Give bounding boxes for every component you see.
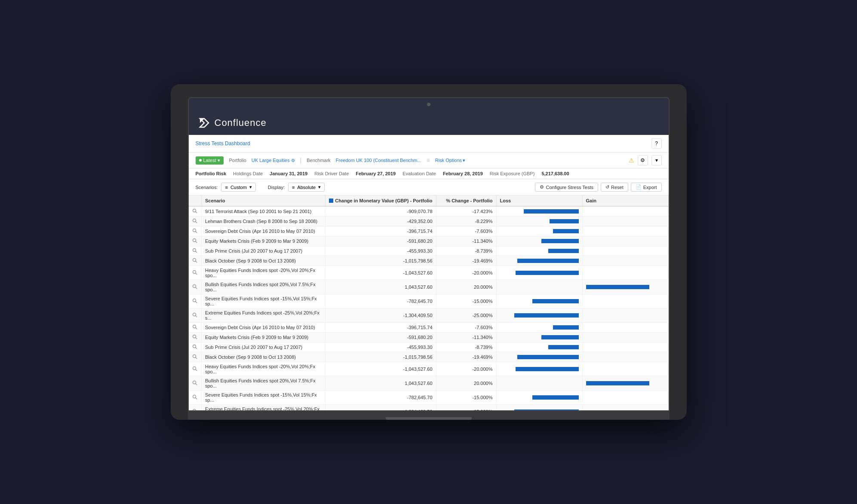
row-scenario: Extreme Equities Funds Indices spot -25%…	[202, 405, 326, 411]
row-pct-change: -19.469%	[436, 256, 496, 266]
benchmark-label: Benchmark	[307, 158, 331, 163]
row-change: 1,043,527.60	[326, 376, 436, 391]
row-gain-bar	[582, 246, 668, 256]
row-search-icon[interactable]	[189, 362, 202, 376]
row-scenario: Severe Equities Funds Indices spot -15%,…	[202, 294, 326, 309]
controls-right: ⚙ Configure Stress Tests ↺ Reset 📄 Expor…	[535, 183, 661, 192]
row-search-icon[interactable]	[189, 256, 202, 266]
benchmark-value[interactable]: Freedom UK 100 (Constituent Benchm...	[336, 158, 421, 163]
portfolio-value[interactable]: UK Large Equities ⚙	[252, 158, 295, 163]
row-search-icon[interactable]	[189, 376, 202, 391]
row-search-icon[interactable]	[189, 352, 202, 362]
portfolio-value-text: UK Large Equities	[252, 158, 290, 163]
reset-button[interactable]: ↺ Reset	[601, 183, 628, 192]
row-search-icon[interactable]	[189, 405, 202, 411]
row-loss-bar	[496, 309, 582, 323]
row-search-icon[interactable]	[189, 226, 202, 236]
settings-icon-btn[interactable]: ⚙	[638, 155, 648, 165]
latest-chevron: ▾	[218, 158, 220, 163]
app-content: Stress Tests Dashboard ? Latest ▾ Portfo…	[189, 135, 669, 410]
table-row: Sub Prime Crisis (Jul 20 2007 to Aug 17 …	[189, 246, 669, 256]
svg-line-16	[196, 273, 197, 275]
row-search-icon[interactable]	[189, 236, 202, 246]
table-row: Bullish Equities Funds Indices spot 20%,…	[189, 280, 669, 294]
row-change: -1,015,798.56	[326, 256, 436, 266]
export-button[interactable]: 📄 Export	[631, 183, 662, 192]
row-change: -909,070.78	[326, 206, 436, 217]
row-pct-change: -7.603%	[436, 323, 496, 333]
list-icon: ≡	[225, 185, 227, 190]
toolbar-separator-2: ≡	[427, 157, 430, 164]
svg-point-3	[193, 209, 196, 212]
row-scenario: Bullish Equities Funds Indices spot 20%,…	[202, 280, 326, 294]
col-header-scenario[interactable]: Scenario	[202, 195, 326, 206]
row-scenario: Heavy Equities Funds Indices spot -20%,V…	[202, 362, 326, 376]
svg-point-33	[193, 381, 196, 384]
scenarios-dropdown[interactable]: ≡ Custom ▾	[221, 183, 255, 192]
table-row: Black October (Sep 9 2008 to Oct 13 2008…	[189, 352, 669, 362]
svg-line-12	[196, 251, 197, 253]
row-change: -591,680.20	[326, 236, 436, 246]
svg-point-37	[193, 409, 196, 411]
row-search-icon[interactable]	[189, 309, 202, 323]
row-pct-change: -8.229%	[436, 217, 496, 226]
change-header-content: Change in Monetary Value (GBP) - Portfol…	[329, 198, 432, 203]
risk-exposure-value: 5,217,638.00	[541, 171, 569, 176]
help-icon-btn[interactable]: ?	[651, 138, 662, 149]
laptop-screen: Confluence Stress Tests Dashboard ? Late…	[188, 97, 670, 411]
latest-button[interactable]: Latest ▾	[196, 156, 224, 165]
configure-stress-tests-button[interactable]: ⚙ Configure Stress Tests	[535, 183, 598, 192]
row-scenario: Lehman Brothers Crash (Sep 8 2008 to Sep…	[202, 217, 326, 226]
scenarios-label: Scenarios:	[196, 185, 218, 190]
row-change: -782,645.70	[326, 294, 436, 309]
row-search-icon[interactable]	[189, 280, 202, 294]
toolbar: Latest ▾ Portfolio UK Large Equities ⚙ |…	[189, 153, 669, 168]
col-change-label: Change in Monetary Value (GBP) - Portfol…	[335, 198, 432, 203]
row-search-icon[interactable]	[189, 342, 202, 352]
row-change: -455,993.30	[326, 246, 436, 256]
portfolio-info-bar: Portfolio Risk Holdings Date January 31,…	[189, 168, 669, 179]
row-search-icon[interactable]	[189, 391, 202, 405]
table-container[interactable]: Scenario Change in Monetary Value (GBP) …	[189, 195, 669, 410]
row-search-icon[interactable]	[189, 266, 202, 280]
row-pct-change: -17.423%	[436, 206, 496, 217]
logo-area: Confluence	[197, 116, 267, 130]
table-row: Sub Prime Crisis (Jul 20 2007 to Aug 17 …	[189, 342, 669, 352]
col-header-change[interactable]: Change in Monetary Value (GBP) - Portfol…	[326, 195, 436, 206]
row-loss-bar	[496, 294, 582, 309]
row-pct-change: -8.739%	[436, 342, 496, 352]
display-dropdown[interactable]: ≡ Absolute ▾	[288, 183, 325, 192]
export-label: Export	[643, 185, 657, 190]
table-header-row: Scenario Change in Monetary Value (GBP) …	[189, 195, 669, 206]
row-search-icon[interactable]	[189, 217, 202, 226]
row-search-icon[interactable]	[189, 206, 202, 217]
row-search-icon[interactable]	[189, 333, 202, 342]
more-icon-btn[interactable]: ▾	[651, 155, 662, 165]
svg-line-8	[196, 232, 197, 233]
row-scenario: Severe Equities Funds Indices spot -15%,…	[202, 391, 326, 405]
row-search-icon[interactable]	[189, 294, 202, 309]
row-search-icon[interactable]	[189, 323, 202, 333]
breadcrumb[interactable]: Stress Tests Dashboard	[196, 141, 250, 147]
portfolio-icon: ⚙	[291, 158, 295, 163]
table-row: Sovereign Debt Crisis (Apr 16 2010 to Ma…	[189, 323, 669, 333]
risk-options-button[interactable]: Risk Options ▾	[435, 158, 465, 163]
evaluation-value: February 28, 2019	[443, 171, 483, 176]
row-search-icon[interactable]	[189, 246, 202, 256]
risk-exposure-label: Risk Exposure (GBP)	[490, 171, 535, 176]
svg-line-30	[196, 357, 197, 359]
row-gain-bar	[582, 266, 668, 280]
col-header-pct[interactable]: % Change - Portfolio	[436, 195, 496, 206]
svg-point-9	[193, 239, 196, 242]
svg-line-10	[196, 241, 197, 243]
col-header-gain: Gain	[582, 195, 668, 206]
row-loss-bar	[496, 405, 582, 411]
row-change: -1,043,527.60	[326, 266, 436, 280]
row-scenario: Sovereign Debt Crisis (Apr 16 2010 to Ma…	[202, 226, 326, 236]
row-gain-bar	[582, 236, 668, 246]
table-row: Equity Markets Crisis (Feb 9 2009 to Mar…	[189, 333, 669, 342]
settings-icon: ⚙	[640, 157, 645, 163]
help-icon: ?	[655, 141, 658, 147]
row-loss-bar	[496, 333, 582, 342]
svg-line-20	[196, 302, 197, 303]
